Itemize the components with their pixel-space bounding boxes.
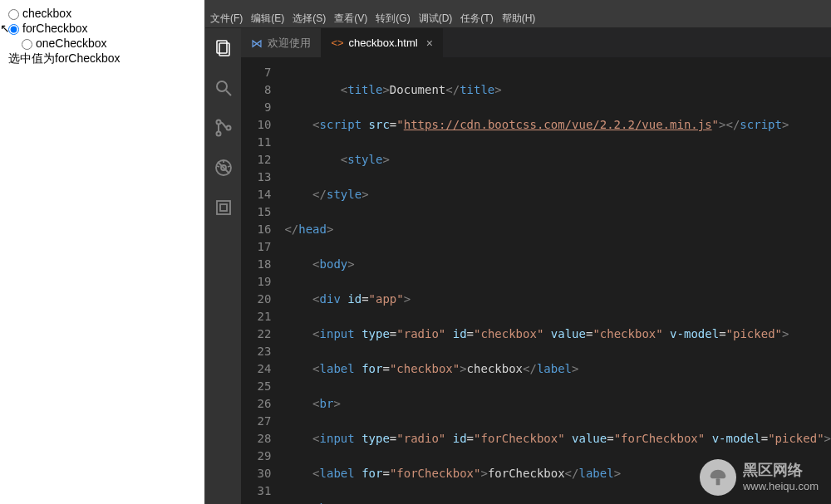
tab-checkbox-html[interactable]: <>checkbox.html× — [321, 28, 442, 57]
mushroom-icon — [700, 459, 736, 496]
svg-rect-13 — [217, 201, 230, 214]
close-icon[interactable]: × — [426, 37, 433, 50]
source-control-icon[interactable] — [212, 116, 235, 139]
radio-row[interactable]: checkbox — [8, 7, 196, 20]
tab-welcome[interactable]: ⋈欢迎使用 — [241, 28, 321, 57]
code-lines[interactable]: <title>Document</title> <script src="htt… — [283, 64, 831, 504]
svg-line-8 — [218, 162, 229, 174]
explorer-icon[interactable] — [212, 37, 235, 60]
radio-row[interactable]: oneCheckbox — [22, 37, 196, 50]
menu-file[interactable]: 文件(F) — [210, 12, 243, 26]
menu-debug[interactable]: 调试(D) — [419, 12, 453, 26]
menu-select[interactable]: 选择(S) — [293, 12, 326, 26]
svg-line-12 — [228, 166, 230, 167]
menu-help[interactable]: 帮助(H) — [502, 12, 536, 26]
line-gutter: 7891011121314151617181920212223242526272… — [241, 64, 283, 504]
radio-label: oneCheckbox — [36, 37, 107, 50]
extensions-icon[interactable] — [212, 196, 235, 219]
svg-line-11 — [217, 166, 219, 167]
svg-rect-14 — [220, 204, 227, 211]
menu-view[interactable]: 查看(V) — [334, 12, 367, 26]
radio-label: forCheckbox — [22, 22, 88, 35]
mouse-cursor-icon: ↖ — [0, 22, 10, 35]
vscode-window: 文件(F) 编辑(E) 选择(S) 查看(V) 转到(G) 调试(D) 任务(T… — [204, 0, 831, 504]
search-icon[interactable] — [212, 76, 235, 100]
radio-row[interactable]: forCheckbox — [8, 22, 196, 35]
svg-point-4 — [216, 120, 220, 125]
tab-label: 欢迎使用 — [268, 36, 311, 51]
svg-point-2 — [217, 81, 227, 91]
svg-rect-15 — [716, 478, 720, 485]
activity-bar — [205, 28, 241, 504]
menu-bar: 文件(F) 编辑(E) 选择(S) 查看(V) 转到(G) 调试(D) 任务(T… — [205, 10, 831, 28]
watermark-name: 黑区网络 — [743, 461, 819, 480]
menu-tasks[interactable]: 任务(T) — [460, 12, 493, 26]
radio-checkbox[interactable] — [8, 9, 19, 20]
debug-icon[interactable] — [212, 156, 235, 179]
code-editor[interactable]: 7891011121314151617181920212223242526272… — [241, 57, 831, 504]
browser-preview: ↖ checkbox forCheckbox oneCheckbox 选中值为f… — [0, 0, 204, 504]
vs-logo-icon: ⋈ — [251, 37, 263, 50]
svg-point-5 — [216, 132, 220, 136]
svg-line-3 — [226, 91, 231, 95]
tab-label: checkbox.html — [349, 37, 418, 49]
editor-area: ⋈欢迎使用 <>checkbox.html× 78910111213141516… — [241, 28, 831, 504]
watermark-url: www.heiqu.com — [743, 480, 819, 494]
watermark: 黑区网络www.heiqu.com — [700, 459, 819, 496]
tab-bar: ⋈欢迎使用 <>checkbox.html× — [241, 28, 831, 57]
html-file-icon: <> — [331, 37, 343, 49]
menu-goto[interactable]: 转到(G) — [376, 12, 410, 26]
picked-result: 选中值为forCheckbox — [8, 51, 196, 66]
radio-oneCheckbox[interactable] — [22, 39, 32, 50]
radio-label: checkbox — [22, 7, 71, 20]
svg-point-6 — [226, 126, 230, 130]
window-titlebar — [205, 0, 831, 10]
cdn-url[interactable]: https://cdn.bootcss.com/vue/2.2.2/vue.mi… — [404, 118, 712, 131]
menu-edit[interactable]: 编辑(E) — [251, 12, 284, 26]
